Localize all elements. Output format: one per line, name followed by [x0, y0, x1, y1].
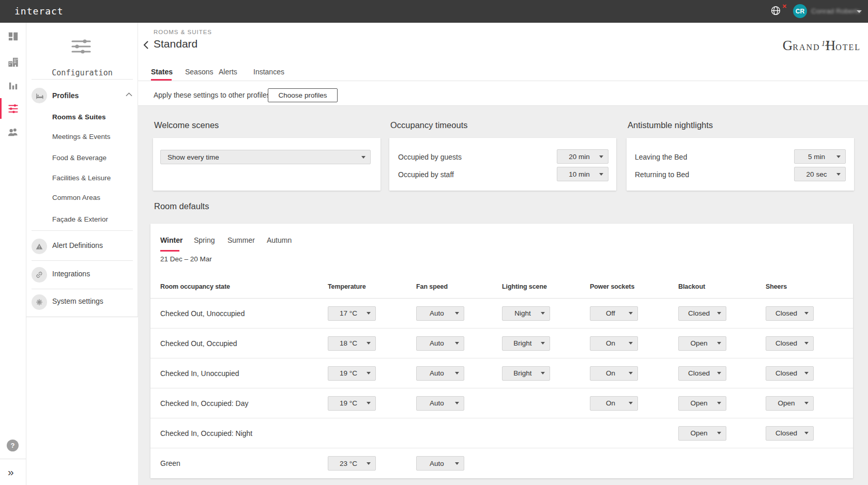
fan-speed-select[interactable]: Auto [416, 336, 464, 351]
fan-speed-select[interactable]: Auto [416, 456, 464, 471]
link-icon [32, 267, 47, 283]
blackout-select[interactable]: Closed [678, 366, 726, 381]
reports-chart-icon[interactable] [7, 80, 19, 91]
users-icon[interactable] [7, 126, 19, 138]
sidebar-item-profiles[interactable]: Profiles [52, 91, 79, 100]
avatar[interactable]: CR [793, 4, 807, 18]
blackout-select[interactable]: Open [678, 336, 726, 351]
sidebar-item-facilities-leisure[interactable]: Facilities & Leisure [52, 174, 111, 182]
top-bar: interact ✕ CR Conrad Roberts [0, 0, 868, 23]
sidebar-section-title: Configuration [26, 68, 138, 77]
interact-logo: interact [14, 6, 64, 17]
season-tab-spring[interactable]: Spring [194, 236, 215, 244]
power-sockets-select[interactable]: On [590, 396, 638, 411]
lighting-scene-select[interactable]: Bright [502, 366, 550, 381]
globe-error-badge-icon: ✕ [782, 3, 787, 10]
fan-speed-select[interactable]: Auto [416, 366, 464, 381]
dashboard-icon[interactable] [7, 30, 19, 42]
col-power-sockets: Power sockets [590, 283, 678, 290]
occupancy-timeouts-card: Occupied by guests 20 min Occupied by st… [389, 138, 616, 191]
table-header-row: Room occupancy state Temperature Fan spe… [150, 275, 853, 298]
tab-seasons[interactable]: Seasons [185, 68, 213, 76]
occupied-staff-select[interactable]: 10 min [557, 167, 608, 181]
bed-icon [32, 88, 47, 103]
buildings-icon[interactable] [7, 56, 19, 68]
chevron-down-icon [541, 312, 545, 315]
configuration-sliders-icon[interactable] [7, 103, 19, 115]
power-sockets-select[interactable]: On [590, 336, 638, 351]
welcome-scene-select[interactable]: Show every time [160, 150, 371, 164]
blackout-select[interactable]: Closed [678, 306, 726, 321]
sidebar-item-system-settings[interactable]: System settings [52, 297, 103, 305]
temperature-select[interactable]: 19 °C [328, 396, 376, 411]
blackout-select[interactable]: Open [678, 426, 726, 441]
page-title: Standard [154, 38, 197, 50]
user-menu-chevron-down-icon[interactable] [857, 10, 862, 13]
sidebar-item-food-beverage[interactable]: Food & Beverage [52, 154, 106, 162]
help-icon[interactable]: ? [7, 440, 19, 451]
returning-bed-label: Returning to Bed [635, 170, 689, 179]
table-row: Checked In, Occupied: Night Open Closed [150, 418, 853, 448]
leaving-bed-select[interactable]: 5 min [794, 149, 846, 164]
chevron-down-icon [361, 156, 366, 159]
room-defaults-title: Room defaults [154, 201, 209, 211]
tab-alerts[interactable]: Alerts [219, 68, 237, 76]
welcome-scenes-card: Show every time [153, 138, 380, 191]
chevron-down-icon [804, 402, 809, 404]
returning-bed-select[interactable]: 20 sec [794, 167, 846, 181]
table-body: Checked Out, Unoccupied 17 °C Auto Night… [150, 299, 853, 478]
lighting-scene-select[interactable]: Bright [502, 336, 550, 351]
sheers-select[interactable]: Closed [766, 306, 814, 321]
occupied-guests-select[interactable]: 20 min [557, 149, 608, 164]
chevron-down-icon [629, 312, 633, 315]
menu-divider [32, 230, 133, 231]
temperature-select[interactable]: 18 °C [328, 336, 376, 351]
sidebar-item-common-areas[interactable]: Common Areas [52, 194, 100, 201]
back-chevron-icon[interactable] [141, 40, 151, 50]
chevron-down-icon [804, 432, 809, 434]
chevron-down-icon [599, 173, 603, 176]
fan-speed-select[interactable]: Auto [416, 306, 464, 321]
table-row: Green 23 °C Auto [150, 448, 853, 478]
row-state-label: Checked In, Occupied: Day [150, 399, 328, 408]
season-tab-winter[interactable]: Winter [160, 236, 182, 244]
tab-states[interactable]: States [151, 68, 173, 76]
col-room-occupancy-state: Room occupancy state [150, 283, 328, 290]
sidebar-item-meetings-events[interactable]: Meetings & Events [52, 133, 111, 140]
sidebar-item-alert-definitions[interactable]: Alert Definitions [52, 241, 103, 249]
sheers-select[interactable]: Closed [766, 336, 814, 351]
chevron-down-icon [717, 342, 721, 345]
temperature-select[interactable]: 19 °C [328, 366, 376, 381]
tab-instances[interactable]: Instances [253, 68, 284, 76]
sidebar-item-integrations[interactable]: Integrations [52, 270, 90, 278]
chevron-down-icon [367, 462, 371, 465]
sheers-select[interactable]: Closed [766, 366, 814, 381]
row-state-label: Checked Out, Occupied [150, 339, 328, 348]
user-name: Conrad Roberts [811, 7, 860, 15]
language-globe-button[interactable]: ✕ [770, 5, 786, 19]
temperature-select[interactable]: 23 °C [328, 456, 376, 471]
season-tab-summer[interactable]: Summer [227, 236, 255, 244]
chevron-down-icon [599, 155, 603, 158]
nightlights-title: Antistumble nightlights [628, 120, 713, 130]
menu-divider [32, 289, 133, 289]
expand-sidebar-icon[interactable]: » [8, 466, 14, 478]
table-row: Checked Out, Unoccupied 17 °C Auto Night… [150, 299, 853, 328]
sidebar-item-facade-exterior[interactable]: Façade & Exterior [52, 215, 108, 223]
lighting-scene-select[interactable]: Night [502, 306, 550, 321]
season-tab-autumn[interactable]: Autumn [267, 236, 292, 244]
temperature-select[interactable]: 17 °C [328, 306, 376, 321]
power-sockets-select[interactable]: On [590, 366, 638, 381]
sheers-select[interactable]: Closed [766, 426, 814, 441]
apply-settings-label: Apply these settings to other profiles [154, 91, 270, 99]
sheers-select[interactable]: Open [766, 396, 814, 411]
blackout-select[interactable]: Open [678, 396, 726, 411]
col-fan-speed: Fan speed [416, 283, 502, 290]
power-sockets-select[interactable]: Off [590, 306, 638, 321]
sidebar-item-rooms-suites[interactable]: Rooms & Suites [52, 113, 106, 121]
chevron-up-icon[interactable] [126, 92, 132, 97]
fan-speed-select[interactable]: Auto [416, 396, 464, 411]
choose-profiles-button[interactable]: Choose profiles [268, 88, 338, 102]
nightlights-card: Leaving the Bed 5 min Returning to Bed 2… [627, 138, 854, 191]
welcome-scene-value: Show every time [161, 153, 361, 161]
